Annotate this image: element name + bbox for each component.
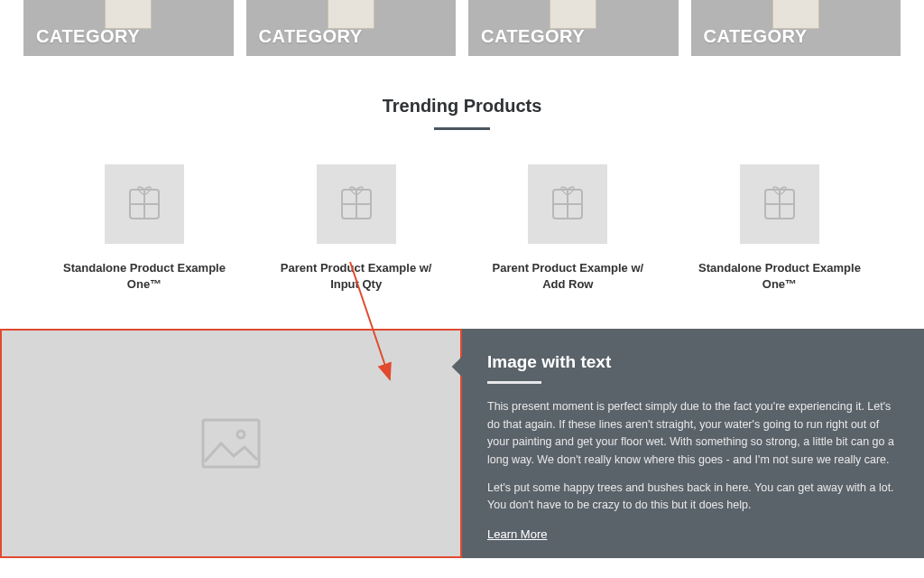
gift-icon <box>528 164 607 244</box>
product-card[interactable]: Parent Product Example w/ Input Qty <box>266 164 447 293</box>
iwt-paragraph: Let's put some happy trees and bushes ba… <box>487 480 899 515</box>
svg-rect-4 <box>203 420 259 467</box>
category-label: CATEGORY <box>481 26 585 47</box>
iwt-text-panel: Image with text This present moment is p… <box>462 329 924 558</box>
product-name: Parent Product Example w/ Input Qty <box>266 260 447 293</box>
category-thumb <box>550 0 596 29</box>
iwt-paragraph: This present moment is perfect simply du… <box>487 398 899 469</box>
category-thumb <box>328 0 374 29</box>
category-label: CATEGORY <box>259 26 363 47</box>
learn-more-link[interactable]: Learn More <box>487 527 547 541</box>
category-label: CATEGORY <box>36 26 140 47</box>
iwt-image-placeholder <box>0 329 462 558</box>
trending-heading: Trending Products <box>0 96 924 117</box>
svg-point-5 <box>237 431 245 438</box>
iwt-heading: Image with text <box>487 352 899 372</box>
category-card[interactable]: CATEGORY <box>691 0 901 56</box>
gift-icon <box>317 164 396 244</box>
category-row: CATEGORY CATEGORY CATEGORY CATEGORY <box>0 0 924 56</box>
product-name: Standalone Product Example One™ <box>54 260 235 293</box>
category-card[interactable]: CATEGORY <box>23 0 234 56</box>
category-label: CATEGORY <box>704 26 808 47</box>
category-thumb <box>105 0 152 29</box>
product-card[interactable]: Parent Product Example w/ Add Row <box>477 164 658 293</box>
category-card[interactable]: CATEGORY <box>468 0 679 56</box>
product-name: Standalone Product Example One™ <box>689 260 870 293</box>
product-card[interactable]: Standalone Product Example One™ <box>689 164 870 293</box>
product-name: Parent Product Example w/ Add Row <box>477 260 658 293</box>
image-with-text-section: Image with text This present moment is p… <box>0 329 924 558</box>
category-card[interactable]: CATEGORY <box>246 0 457 56</box>
gift-icon <box>105 164 184 244</box>
category-thumb <box>772 0 819 29</box>
products-row: Standalone Product Example One™ Parent P… <box>0 130 924 293</box>
iwt-underline <box>487 381 541 384</box>
gift-icon <box>740 164 819 244</box>
product-card[interactable]: Standalone Product Example One™ <box>54 164 235 293</box>
